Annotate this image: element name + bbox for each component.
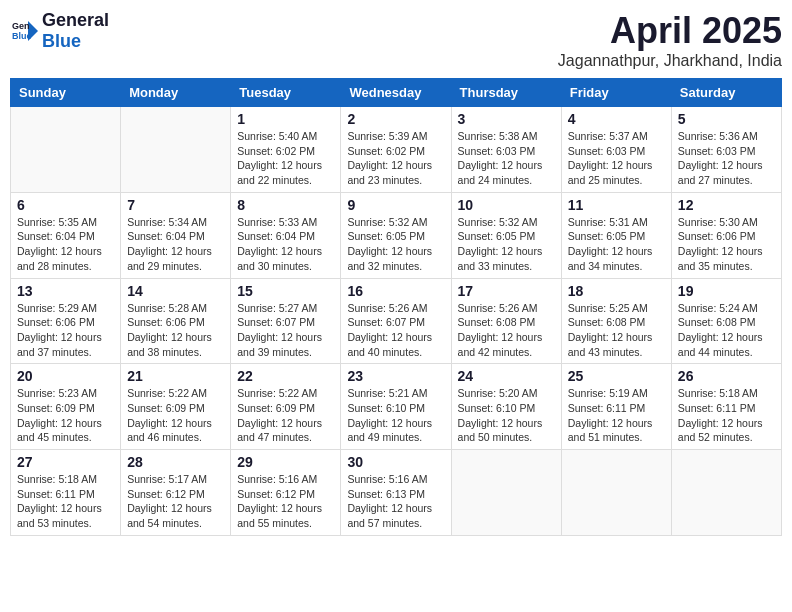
day-info: Sunrise: 5:32 AM Sunset: 6:05 PM Dayligh… xyxy=(347,215,444,274)
day-number: 2 xyxy=(347,111,444,127)
calendar-week-row-5: 27Sunrise: 5:18 AM Sunset: 6:11 PM Dayli… xyxy=(11,450,782,536)
day-number: 16 xyxy=(347,283,444,299)
day-number: 28 xyxy=(127,454,224,470)
day-number: 30 xyxy=(347,454,444,470)
calendar-cell: 18Sunrise: 5:25 AM Sunset: 6:08 PM Dayli… xyxy=(561,278,671,364)
calendar-cell: 27Sunrise: 5:18 AM Sunset: 6:11 PM Dayli… xyxy=(11,450,121,536)
svg-text:Blue: Blue xyxy=(12,31,32,41)
day-number: 20 xyxy=(17,368,114,384)
header-wednesday: Wednesday xyxy=(341,79,451,107)
calendar-cell: 30Sunrise: 5:16 AM Sunset: 6:13 PM Dayli… xyxy=(341,450,451,536)
day-number: 29 xyxy=(237,454,334,470)
day-number: 23 xyxy=(347,368,444,384)
header-sunday: Sunday xyxy=(11,79,121,107)
day-info: Sunrise: 5:32 AM Sunset: 6:05 PM Dayligh… xyxy=(458,215,555,274)
day-number: 13 xyxy=(17,283,114,299)
logo: Gen Blue General Blue xyxy=(10,10,109,52)
day-number: 11 xyxy=(568,197,665,213)
day-info: Sunrise: 5:28 AM Sunset: 6:06 PM Dayligh… xyxy=(127,301,224,360)
calendar-cell: 22Sunrise: 5:22 AM Sunset: 6:09 PM Dayli… xyxy=(231,364,341,450)
calendar-week-row-4: 20Sunrise: 5:23 AM Sunset: 6:09 PM Dayli… xyxy=(11,364,782,450)
calendar-cell xyxy=(671,450,781,536)
day-info: Sunrise: 5:17 AM Sunset: 6:12 PM Dayligh… xyxy=(127,472,224,531)
day-info: Sunrise: 5:25 AM Sunset: 6:08 PM Dayligh… xyxy=(568,301,665,360)
calendar-cell: 9Sunrise: 5:32 AM Sunset: 6:05 PM Daylig… xyxy=(341,192,451,278)
day-info: Sunrise: 5:39 AM Sunset: 6:02 PM Dayligh… xyxy=(347,129,444,188)
calendar-cell: 8Sunrise: 5:33 AM Sunset: 6:04 PM Daylig… xyxy=(231,192,341,278)
page-header: Gen Blue General Blue April 2025 Jaganna… xyxy=(10,10,782,70)
day-number: 14 xyxy=(127,283,224,299)
month-title: April 2025 xyxy=(558,10,782,52)
day-number: 15 xyxy=(237,283,334,299)
day-number: 27 xyxy=(17,454,114,470)
day-number: 8 xyxy=(237,197,334,213)
calendar-cell: 10Sunrise: 5:32 AM Sunset: 6:05 PM Dayli… xyxy=(451,192,561,278)
day-info: Sunrise: 5:24 AM Sunset: 6:08 PM Dayligh… xyxy=(678,301,775,360)
day-info: Sunrise: 5:18 AM Sunset: 6:11 PM Dayligh… xyxy=(678,386,775,445)
calendar-cell: 12Sunrise: 5:30 AM Sunset: 6:06 PM Dayli… xyxy=(671,192,781,278)
calendar-cell: 26Sunrise: 5:18 AM Sunset: 6:11 PM Dayli… xyxy=(671,364,781,450)
day-number: 21 xyxy=(127,368,224,384)
header-friday: Friday xyxy=(561,79,671,107)
day-number: 24 xyxy=(458,368,555,384)
calendar-cell: 5Sunrise: 5:36 AM Sunset: 6:03 PM Daylig… xyxy=(671,107,781,193)
day-info: Sunrise: 5:22 AM Sunset: 6:09 PM Dayligh… xyxy=(127,386,224,445)
calendar-cell: 15Sunrise: 5:27 AM Sunset: 6:07 PM Dayli… xyxy=(231,278,341,364)
calendar-cell: 2Sunrise: 5:39 AM Sunset: 6:02 PM Daylig… xyxy=(341,107,451,193)
header-saturday: Saturday xyxy=(671,79,781,107)
day-info: Sunrise: 5:29 AM Sunset: 6:06 PM Dayligh… xyxy=(17,301,114,360)
calendar-cell: 21Sunrise: 5:22 AM Sunset: 6:09 PM Dayli… xyxy=(121,364,231,450)
day-number: 6 xyxy=(17,197,114,213)
day-info: Sunrise: 5:18 AM Sunset: 6:11 PM Dayligh… xyxy=(17,472,114,531)
header-monday: Monday xyxy=(121,79,231,107)
calendar-cell: 6Sunrise: 5:35 AM Sunset: 6:04 PM Daylig… xyxy=(11,192,121,278)
day-number: 9 xyxy=(347,197,444,213)
day-info: Sunrise: 5:26 AM Sunset: 6:08 PM Dayligh… xyxy=(458,301,555,360)
calendar-cell: 28Sunrise: 5:17 AM Sunset: 6:12 PM Dayli… xyxy=(121,450,231,536)
calendar-cell: 25Sunrise: 5:19 AM Sunset: 6:11 PM Dayli… xyxy=(561,364,671,450)
header-thursday: Thursday xyxy=(451,79,561,107)
day-info: Sunrise: 5:40 AM Sunset: 6:02 PM Dayligh… xyxy=(237,129,334,188)
day-number: 12 xyxy=(678,197,775,213)
calendar-cell: 24Sunrise: 5:20 AM Sunset: 6:10 PM Dayli… xyxy=(451,364,561,450)
day-number: 19 xyxy=(678,283,775,299)
day-number: 5 xyxy=(678,111,775,127)
logo-blue: Blue xyxy=(42,31,81,51)
day-info: Sunrise: 5:26 AM Sunset: 6:07 PM Dayligh… xyxy=(347,301,444,360)
day-info: Sunrise: 5:20 AM Sunset: 6:10 PM Dayligh… xyxy=(458,386,555,445)
day-info: Sunrise: 5:38 AM Sunset: 6:03 PM Dayligh… xyxy=(458,129,555,188)
calendar-cell: 11Sunrise: 5:31 AM Sunset: 6:05 PM Dayli… xyxy=(561,192,671,278)
day-info: Sunrise: 5:33 AM Sunset: 6:04 PM Dayligh… xyxy=(237,215,334,274)
day-number: 7 xyxy=(127,197,224,213)
day-info: Sunrise: 5:22 AM Sunset: 6:09 PM Dayligh… xyxy=(237,386,334,445)
day-info: Sunrise: 5:23 AM Sunset: 6:09 PM Dayligh… xyxy=(17,386,114,445)
day-number: 10 xyxy=(458,197,555,213)
header-tuesday: Tuesday xyxy=(231,79,341,107)
location-subtitle: Jagannathpur, Jharkhand, India xyxy=(558,52,782,70)
svg-text:Gen: Gen xyxy=(12,21,30,31)
day-info: Sunrise: 5:19 AM Sunset: 6:11 PM Dayligh… xyxy=(568,386,665,445)
day-info: Sunrise: 5:16 AM Sunset: 6:12 PM Dayligh… xyxy=(237,472,334,531)
calendar-cell: 29Sunrise: 5:16 AM Sunset: 6:12 PM Dayli… xyxy=(231,450,341,536)
day-info: Sunrise: 5:30 AM Sunset: 6:06 PM Dayligh… xyxy=(678,215,775,274)
calendar-cell: 20Sunrise: 5:23 AM Sunset: 6:09 PM Dayli… xyxy=(11,364,121,450)
day-number: 1 xyxy=(237,111,334,127)
day-info: Sunrise: 5:31 AM Sunset: 6:05 PM Dayligh… xyxy=(568,215,665,274)
day-info: Sunrise: 5:35 AM Sunset: 6:04 PM Dayligh… xyxy=(17,215,114,274)
day-number: 3 xyxy=(458,111,555,127)
day-info: Sunrise: 5:37 AM Sunset: 6:03 PM Dayligh… xyxy=(568,129,665,188)
calendar-cell: 16Sunrise: 5:26 AM Sunset: 6:07 PM Dayli… xyxy=(341,278,451,364)
day-info: Sunrise: 5:34 AM Sunset: 6:04 PM Dayligh… xyxy=(127,215,224,274)
calendar-header-row: Sunday Monday Tuesday Wednesday Thursday… xyxy=(11,79,782,107)
calendar-cell: 13Sunrise: 5:29 AM Sunset: 6:06 PM Dayli… xyxy=(11,278,121,364)
logo-label: General Blue xyxy=(42,10,109,52)
day-number: 17 xyxy=(458,283,555,299)
calendar-cell: 1Sunrise: 5:40 AM Sunset: 6:02 PM Daylig… xyxy=(231,107,341,193)
calendar-week-row-3: 13Sunrise: 5:29 AM Sunset: 6:06 PM Dayli… xyxy=(11,278,782,364)
calendar-cell: 3Sunrise: 5:38 AM Sunset: 6:03 PM Daylig… xyxy=(451,107,561,193)
calendar-cell: 14Sunrise: 5:28 AM Sunset: 6:06 PM Dayli… xyxy=(121,278,231,364)
day-number: 25 xyxy=(568,368,665,384)
day-info: Sunrise: 5:36 AM Sunset: 6:03 PM Dayligh… xyxy=(678,129,775,188)
calendar-cell xyxy=(11,107,121,193)
day-number: 26 xyxy=(678,368,775,384)
